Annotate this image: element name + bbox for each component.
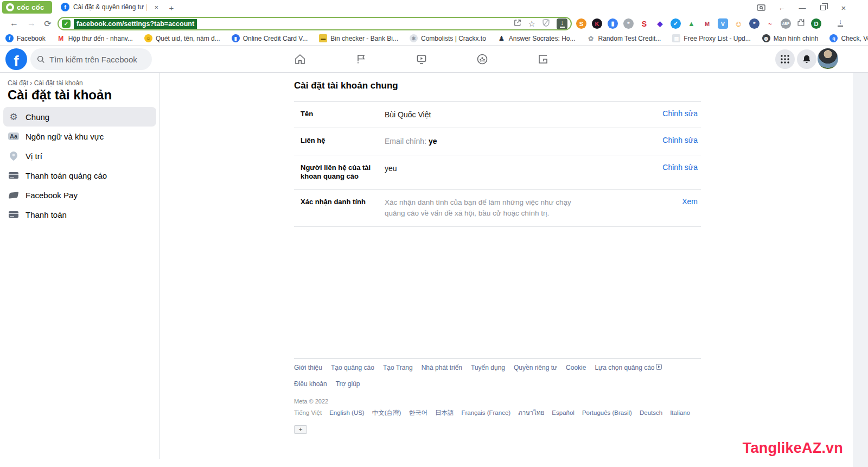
- extension-icon[interactable]: S: [639, 18, 649, 29]
- reload-button[interactable]: ⟳: [41, 17, 54, 30]
- watch-tab[interactable]: [415, 53, 428, 66]
- download-button[interactable]: ↓: [557, 18, 567, 29]
- home-tab[interactable]: [293, 53, 307, 66]
- language-link[interactable]: Italiano: [670, 409, 690, 416]
- url-text-selected[interactable]: facebook.com/settings?tab=account: [74, 19, 197, 29]
- browser-tab[interactable]: f Cài đặt & quyền riêng tư | Fa ×: [56, 0, 163, 15]
- language-link[interactable]: Deutsch: [640, 409, 662, 416]
- bookmark-item[interactable]: ☺Quét uid, tên, năm đ...: [144, 34, 220, 42]
- bookmark-star-icon[interactable]: ☆: [528, 20, 535, 28]
- browser-profile-avatar[interactable]: D: [811, 18, 821, 29]
- profile-avatar[interactable]: [818, 48, 838, 69]
- language-link[interactable]: 日本語: [435, 409, 454, 417]
- extension-icon[interactable]: M: [702, 18, 712, 29]
- new-tab-button[interactable]: +: [166, 2, 177, 13]
- sidebar-item-language-region[interactable]: Aa Ngôn ngữ và khu vực: [3, 127, 156, 146]
- extensions-menu-icon[interactable]: [796, 18, 806, 29]
- minimize-button[interactable]: —: [792, 0, 813, 15]
- footer-link[interactable]: Nhà phát triển: [422, 364, 462, 371]
- notifications-button[interactable]: [797, 49, 816, 69]
- bookmark-item[interactable]: ▬Bin checker - Bank Bi...: [319, 34, 398, 42]
- bookmark-item[interactable]: ✻Combolists | Crackx.to: [410, 34, 486, 42]
- combolists-icon: ✻: [410, 34, 418, 42]
- footer-link[interactable]: Điều khoản: [294, 380, 327, 388]
- bookmark-item[interactable]: qCheck, Verify & Valid...: [829, 34, 868, 42]
- bookmark-item[interactable]: ♟Answer Socrates: Ho...: [497, 34, 576, 42]
- language-link[interactable]: 한국어: [409, 409, 427, 417]
- extension-icon[interactable]: ☺: [733, 18, 744, 29]
- current-language: Tiếng Việt: [294, 409, 322, 416]
- sidebar-item-facebook-pay[interactable]: Facebook Pay: [3, 185, 156, 205]
- close-button[interactable]: ×: [833, 0, 854, 15]
- tab-close-icon[interactable]: ×: [154, 3, 158, 11]
- facebook-icon: f: [5, 34, 14, 42]
- location-pin-icon: [8, 152, 20, 161]
- bookmark-item[interactable]: ▤Free Proxy List - Upd...: [672, 34, 750, 42]
- language-link[interactable]: 中文(台灣): [372, 409, 401, 417]
- extension-icon[interactable]: *: [749, 18, 760, 29]
- apps-menu-button[interactable]: [775, 49, 795, 69]
- extension-icon[interactable]: ▮: [608, 18, 618, 29]
- extension-icon[interactable]: *: [623, 18, 634, 29]
- sidebar-item-ad-payments[interactable]: Thanh toán quảng cáo: [3, 166, 156, 185]
- search-input[interactable]: [49, 55, 142, 64]
- extension-icon[interactable]: ABP: [781, 18, 791, 29]
- downloads-tray-icon[interactable]: ↓: [835, 18, 845, 27]
- more-languages-button[interactable]: +: [294, 425, 307, 434]
- language-link[interactable]: ภาษาไทย: [518, 408, 544, 418]
- sidebar-item-general[interactable]: ⚙ Chung: [3, 107, 156, 127]
- footer-link[interactable]: Trợ giúp: [336, 380, 360, 388]
- back-button[interactable]: ←: [8, 17, 21, 30]
- language-link[interactable]: Português (Brasil): [582, 409, 632, 416]
- footer-link[interactable]: Tạo Trang: [383, 364, 413, 371]
- extension-icon[interactable]: V: [718, 18, 728, 29]
- view-link[interactable]: Xem: [682, 197, 701, 206]
- extension-icon[interactable]: ~: [765, 18, 775, 29]
- address-bar[interactable]: ✓ facebook.com/settings?tab=account ☆ ↓: [58, 17, 572, 30]
- gaming-tab[interactable]: [537, 53, 550, 66]
- sidebar-item-payments[interactable]: Thanh toán: [3, 205, 156, 224]
- cococ-logo-icon: [6, 3, 14, 11]
- bookmark-item[interactable]: fFacebook: [5, 34, 46, 42]
- pages-tab[interactable]: [354, 53, 367, 66]
- language-link[interactable]: Français (France): [461, 409, 510, 416]
- language-link[interactable]: English (US): [329, 409, 365, 416]
- sidebar-item-location[interactable]: Vị trí: [3, 146, 156, 166]
- edit-link[interactable]: Chỉnh sửa: [662, 163, 701, 172]
- language-link[interactable]: Español: [552, 409, 575, 416]
- footer-link[interactable]: Giới thiệu: [294, 364, 322, 371]
- restore-button[interactable]: [813, 0, 833, 15]
- footer-link[interactable]: Quyền riêng tư: [514, 364, 557, 371]
- facebook-logo[interactable]: f: [5, 48, 27, 70]
- screen-search-button[interactable]: [751, 0, 771, 15]
- identity-description: Xác nhận danh tính của bạn để làm những …: [385, 197, 572, 218]
- extension-icon[interactable]: ◆: [655, 18, 665, 29]
- gmail-icon: M: [57, 34, 65, 42]
- extension-icon[interactable]: K: [592, 18, 602, 29]
- extension-icon[interactable]: ▲: [686, 18, 697, 29]
- footer-link[interactable]: Cookie: [566, 364, 586, 371]
- bookmark-item[interactable]: ◍Màn hình chính: [762, 34, 819, 42]
- language-icon: Aa: [8, 132, 20, 140]
- footer-link[interactable]: Tuyển dụng: [471, 364, 505, 371]
- facebook-search[interactable]: [30, 48, 152, 70]
- site-security-icon[interactable]: ✓: [62, 20, 71, 28]
- coccoc-brand-badge[interactable]: cốc cốc: [2, 1, 52, 14]
- edit-link[interactable]: Chỉnh sửa: [662, 136, 701, 144]
- share-icon[interactable]: [513, 18, 522, 29]
- edit-link[interactable]: Chỉnh sửa: [662, 109, 701, 118]
- forward-button[interactable]: →: [25, 17, 38, 30]
- groups-tab[interactable]: [476, 53, 489, 66]
- bookmark-item[interactable]: MHộp thư đến - nhanv...: [57, 34, 133, 42]
- bookmark-item[interactable]: ✿Random Test Credit...: [587, 34, 661, 42]
- footer-link[interactable]: Tạo quảng cáo: [331, 364, 374, 371]
- breadcrumb[interactable]: Cài đặt › Cài đặt tài khoản: [8, 79, 83, 87]
- extension-icon[interactable]: ✓: [671, 18, 681, 29]
- adblock-shield-icon[interactable]: [542, 18, 550, 29]
- extension-icon[interactable]: S: [576, 18, 586, 29]
- tab-title: Cài đặt & quyền riêng tư | Fa: [73, 3, 146, 11]
- quick-hide-button[interactable]: ←: [771, 0, 792, 15]
- watermark: TanglikeAZ.vn: [743, 440, 843, 457]
- footer-link-adchoices[interactable]: Lựa chọn quảng cáo: [595, 364, 661, 371]
- bookmark-item[interactable]: ▮Online Credit Card V...: [232, 34, 308, 42]
